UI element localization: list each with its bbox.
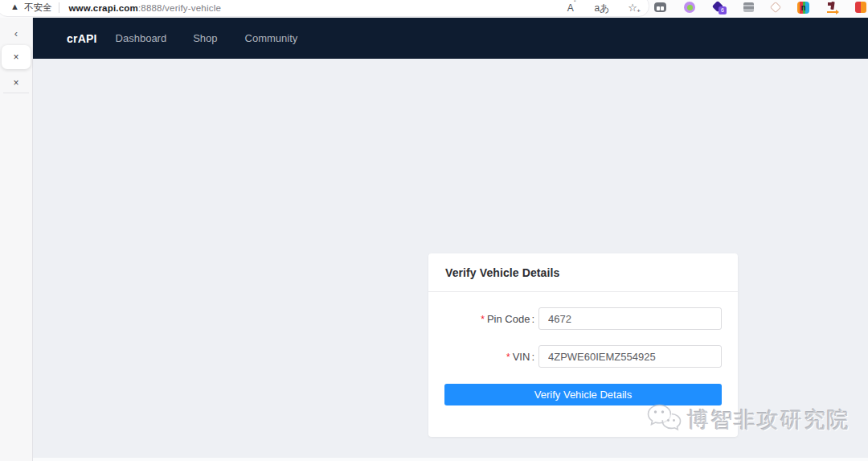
purple-circle-extension-icon[interactable] bbox=[684, 2, 695, 13]
close-tab-icon[interactable]: × bbox=[13, 52, 18, 62]
translate-icon[interactable]: aあ bbox=[594, 3, 609, 13]
address-actions: Aʺ aあ ☆+ bbox=[567, 2, 637, 13]
address-divider bbox=[59, 2, 59, 13]
close-tab-icon[interactable]: × bbox=[13, 77, 18, 88]
pin-code-input[interactable] bbox=[538, 307, 722, 330]
required-mark: * bbox=[481, 314, 485, 325]
nav-item-dashboard[interactable]: Dashboard bbox=[116, 32, 167, 44]
pin-code-label: *Pin Code: bbox=[428, 313, 534, 325]
verify-vehicle-button[interactable]: Verify Vehicle Details bbox=[444, 384, 722, 405]
vin-label: *VIN: bbox=[428, 351, 534, 363]
card-body: *Pin Code: *VIN: Verify Vehicle Details bbox=[428, 307, 738, 405]
sidebar-divider bbox=[3, 93, 29, 93]
app-navbar: crAPI Dashboard Shop Community bbox=[33, 18, 868, 59]
vertical-tabs-sidebar: ‹ × × bbox=[0, 16, 33, 461]
active-tab[interactable]: × bbox=[2, 45, 31, 69]
browser-toolbar: ▲ 不安全 www.crapi.com :8888/verify-vehicle… bbox=[0, 0, 868, 18]
security-warning-icon: ▲ bbox=[10, 2, 19, 11]
flag-arrow-extension-icon[interactable] bbox=[827, 2, 837, 13]
cube-extension-icon[interactable]: 6 bbox=[713, 2, 726, 13]
required-mark: * bbox=[506, 352, 510, 363]
diamond-extension-icon[interactable] bbox=[770, 2, 781, 13]
clipped-extension-icon[interactable] bbox=[855, 2, 866, 13]
verify-vehicle-card: Verify Vehicle Details *Pin Code: *VIN: … bbox=[428, 253, 738, 437]
vin-row: *VIN: bbox=[428, 345, 722, 368]
split-screen-extension-icon[interactable] bbox=[654, 2, 666, 12]
page-background: Verify Vehicle Details *Pin Code: *VIN: … bbox=[33, 59, 868, 461]
read-aloud-icon[interactable]: Aʺ bbox=[567, 2, 576, 13]
tab-item[interactable]: × bbox=[0, 75, 32, 89]
url-host[interactable]: www.crapi.com bbox=[68, 3, 138, 13]
extensions-strip: 6 n bbox=[654, 0, 866, 14]
collapse-sidebar-icon[interactable]: ‹ bbox=[0, 27, 32, 39]
card-title: Verify Vehicle Details bbox=[445, 266, 559, 279]
vin-input[interactable] bbox=[538, 345, 722, 368]
address-bar[interactable]: ▲ 不安全 www.crapi.com :8888/verify-vehicle… bbox=[0, 0, 649, 17]
nav-item-shop[interactable]: Shop bbox=[193, 32, 217, 44]
extension-badge: 6 bbox=[719, 6, 727, 14]
brand-crapi[interactable]: crAPI bbox=[67, 32, 97, 45]
nav-item-community[interactable]: Community bbox=[245, 32, 298, 44]
url-path[interactable]: :8888/verify-vehicle bbox=[138, 3, 221, 13]
gray-extension-icon[interactable] bbox=[743, 2, 754, 12]
security-label[interactable]: 不安全 bbox=[24, 2, 52, 14]
card-header: Verify Vehicle Details bbox=[428, 253, 738, 292]
favorite-star-icon[interactable]: ☆+ bbox=[628, 2, 637, 13]
rainbow-n-extension-icon[interactable]: n bbox=[797, 2, 809, 14]
bottom-strip bbox=[33, 458, 868, 461]
pin-code-row: *Pin Code: bbox=[428, 307, 722, 330]
